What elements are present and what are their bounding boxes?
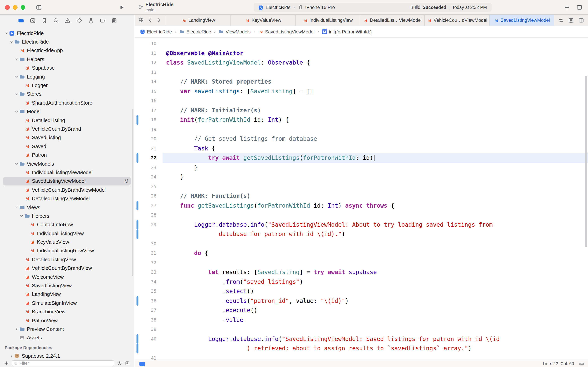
tree-item-keyvalueview[interactable]: KeyValueView <box>0 238 134 246</box>
filter-field[interactable] <box>12 360 114 366</box>
gutter[interactable]: 22 <box>134 153 163 163</box>
go-back-icon[interactable] <box>147 17 153 23</box>
tree-item-viewmodels[interactable]: ViewModels <box>0 159 134 168</box>
keyboard-icon[interactable] <box>579 361 584 367</box>
gutter[interactable] <box>134 344 163 353</box>
code-line-19[interactable]: 19 <box>134 125 588 134</box>
bottom-indicator[interactable] <box>139 362 145 366</box>
gutter[interactable]: 32 <box>134 258 163 267</box>
code-line-36[interactable]: 36 .equals("patron_id", value: "\(id)") <box>134 296 588 306</box>
gutter[interactable]: 30 <box>134 239 163 248</box>
tree-item-patronview[interactable]: PatronView <box>0 316 134 325</box>
code-line-33[interactable]: 33 let results: [SavedListing] = try awa… <box>134 267 588 277</box>
gutter[interactable]: 39 <box>134 325 163 334</box>
tree-item-electricride[interactable]: ElectricRide <box>0 38 134 46</box>
disclosure-icon[interactable] <box>14 92 19 97</box>
debug-icon[interactable] <box>88 17 94 24</box>
sidebar-scrollbar[interactable] <box>132 109 133 276</box>
code-line-21[interactable]: 21 Task { <box>134 144 588 153</box>
tab-landingview[interactable]: LandingView <box>166 15 231 26</box>
editor-scrollbar[interactable] <box>585 76 587 247</box>
code-line-38[interactable]: 38 .value <box>134 315 588 325</box>
library-plus-icon[interactable] <box>564 4 570 10</box>
tree-item-detailedlisting[interactable]: DetailedListing <box>0 116 134 125</box>
add-file-icon[interactable] <box>4 361 9 366</box>
code-line-12[interactable]: 12class SavedListingViewModel: Observabl… <box>134 58 588 67</box>
tree-item-electricride[interactable]: ElectricRide <box>0 29 134 38</box>
code-line-26[interactable]: 26 // MARK: Function(s) <box>134 191 588 201</box>
gutter[interactable]: 40 <box>134 334 163 344</box>
tree-item-savedlistingviewmodel[interactable]: SavedListingViewModelM <box>0 177 134 185</box>
tab-detailedlist-viewmodel[interactable]: DetailedList…ViewModel <box>360 15 425 26</box>
tree-item-views[interactable]: Views <box>0 203 134 212</box>
gutter[interactable]: 11 <box>134 48 163 58</box>
code-line-30[interactable]: 30 <box>134 239 588 248</box>
code-line-25[interactable]: 25 <box>134 182 588 191</box>
code-line-11[interactable]: 11@Observable @MainActor <box>134 48 588 58</box>
disclosure-icon[interactable] <box>14 57 19 62</box>
tree-item-assets[interactable]: Assets <box>0 333 134 342</box>
tree-item-supabase[interactable]: Supabase 2.24.1 <box>0 351 134 360</box>
code-line-22[interactable]: 22 try await getSavedListings(forPatronW… <box>134 153 588 163</box>
editor-layout-icon[interactable] <box>576 4 583 10</box>
code-line-41[interactable]: 41 <box>134 353 588 360</box>
tree-item-simulatesigninview[interactable]: SimulateSignInView <box>0 299 134 307</box>
tree-item-vehiclecountbybrand[interactable]: VehicleCountByBrand <box>0 125 134 133</box>
tree-item-individuallistingview[interactable]: IndividualListingView <box>0 229 134 238</box>
code-line-29[interactable]: 29 Logger.database.info("SavedListingVie… <box>134 220 588 229</box>
tree-item-helpers[interactable]: Helpers <box>0 55 134 64</box>
gutter[interactable]: 34 <box>134 277 163 286</box>
tree-item-savedlistingview[interactable]: SavedListingView <box>0 281 134 290</box>
gutter[interactable]: 16 <box>134 96 163 106</box>
code-line-20[interactable]: 20 // Get saved listings from database <box>134 134 588 144</box>
disclosure-icon[interactable] <box>9 354 14 358</box>
tree-item-helpers[interactable]: Helpers <box>0 211 134 220</box>
tree-item-vehiclecountbybrandview[interactable]: VehicleCountByBrandView <box>0 264 134 273</box>
tab-savedlistingviewmodel[interactable]: SavedListingViewModel <box>489 15 554 26</box>
code-review-icon[interactable] <box>558 17 564 23</box>
code-line-15[interactable]: 15 var savedListings: [SavedListing] = [… <box>134 86 588 96</box>
go-forward-icon[interactable] <box>156 17 162 23</box>
breadcrumb-item-electricride[interactable]: ElectricRide <box>179 29 211 34</box>
gutter[interactable]: 19 <box>134 125 163 134</box>
issues-icon[interactable] <box>65 17 71 24</box>
tree-item-patron[interactable]: Patron <box>0 151 134 159</box>
code-line-23[interactable]: 23 } <box>134 163 588 172</box>
gutter[interactable]: 13 <box>134 67 163 77</box>
code-line-31[interactable]: 31 do { <box>134 248 588 258</box>
tree-item-contactinforow[interactable]: ContactInfoRow <box>0 220 134 229</box>
tab-individuallistingview[interactable]: IndividualListingView <box>295 15 360 26</box>
tree-item-detailedlistingview[interactable]: DetailedListingView <box>0 255 134 264</box>
close-window-button[interactable] <box>5 5 10 10</box>
tab-overview-icon[interactable] <box>138 17 144 23</box>
run-button[interactable] <box>119 4 125 10</box>
gutter[interactable]: 36 <box>134 296 163 306</box>
gutter[interactable]: 17 <box>134 106 163 115</box>
gutter[interactable]: 33 <box>134 267 163 277</box>
gutter[interactable] <box>134 229 163 239</box>
gutter[interactable]: 38 <box>134 315 163 325</box>
tree-item-individuallistingrowview[interactable]: IndividualListingRowView <box>0 246 134 255</box>
gutter[interactable]: 25 <box>134 182 163 191</box>
find-icon[interactable] <box>53 17 59 24</box>
tree-item-individuallistingviewmodel[interactable]: IndividualListingViewModel <box>0 168 134 177</box>
tree-item-sharedauthenticationstore[interactable]: SharedAuthenticationStore <box>0 98 134 107</box>
code-line-37[interactable]: 37 .execute() <box>134 306 588 315</box>
tree-item-branchingview[interactable]: BranchingView <box>0 307 134 316</box>
tree-item-detailedlistingviewmodel[interactable]: DetailedListingViewModel <box>0 194 134 203</box>
gutter[interactable]: 14 <box>134 77 163 86</box>
tree-item-vehiclecountbybrandviewmodel[interactable]: VehicleCountByBrandViewModel <box>0 185 134 194</box>
gutter[interactable]: 24 <box>134 172 163 182</box>
gutter[interactable]: 15 <box>134 86 163 96</box>
bookmarks-icon[interactable] <box>41 17 47 24</box>
code-line-39[interactable]: 39 <box>134 325 588 334</box>
code-line-13[interactable]: 13 <box>134 67 588 77</box>
tab-vehiclecou-dviewmodel[interactable]: VehicleCou…dViewModel <box>425 15 490 26</box>
project-navigator-icon[interactable] <box>18 17 24 24</box>
minimize-window-button[interactable] <box>13 5 17 10</box>
gutter[interactable]: 28 <box>134 210 163 220</box>
disclosure-icon[interactable] <box>14 161 19 166</box>
gutter[interactable]: 18 <box>134 115 163 125</box>
gutter[interactable]: 35 <box>134 286 163 296</box>
source-editor[interactable]: 1011@Observable @MainActor12class SavedL… <box>134 38 588 360</box>
